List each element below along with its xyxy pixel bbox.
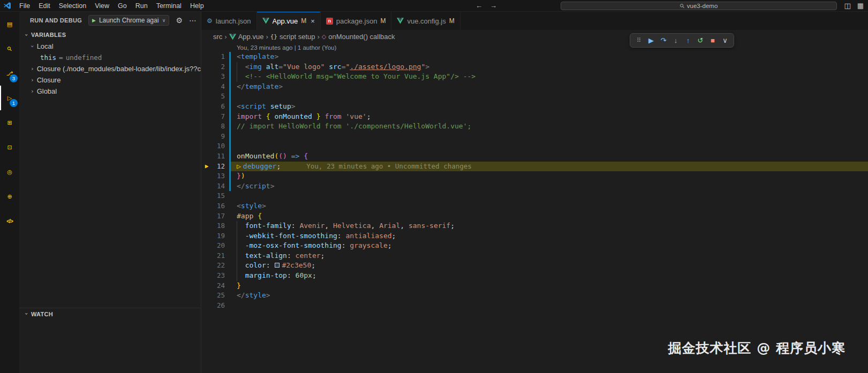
code-editor[interactable]: You, 23 minutes ago | 1 author (You) 1<t… xyxy=(201,43,868,373)
breakpoint-gutter[interactable] xyxy=(201,112,212,122)
code-line-content[interactable]: </template> xyxy=(231,82,868,92)
run-and-debug-icon[interactable]: ▷1 xyxy=(0,86,19,110)
breakpoint-gutter[interactable] xyxy=(201,281,212,291)
tab-App.vue[interactable]: App.vueM× xyxy=(257,12,321,30)
breakpoint-gutter[interactable] xyxy=(201,62,212,72)
command-center-search[interactable]: ⚲ vue3-demo xyxy=(561,2,837,10)
code-line-content[interactable] xyxy=(231,141,868,151)
menu-terminal[interactable]: Terminal xyxy=(152,0,186,12)
variable-row[interactable]: this = undefined xyxy=(19,52,201,63)
breakpoint-gutter[interactable] xyxy=(201,141,212,151)
extensions-icon[interactable]: ⊞ xyxy=(0,110,19,135)
code-line-content[interactable]: onMounted(() => { xyxy=(231,151,868,162)
breakpoint-gutter[interactable] xyxy=(201,201,212,211)
breakpoint-gutter[interactable] xyxy=(201,271,212,281)
breakpoint-gutter[interactable] xyxy=(201,291,212,301)
tree-item-closure[interactable]: ›Closure (./node_modules/babel-loader/li… xyxy=(19,63,201,74)
layout-panel-icon[interactable]: ◫ xyxy=(844,0,850,12)
explorer-icon[interactable]: ▤ xyxy=(0,12,19,36)
close-tab-icon[interactable]: × xyxy=(311,17,315,25)
continue-icon[interactable]: ▶ xyxy=(646,36,656,44)
code-line-content[interactable]: } xyxy=(231,281,868,291)
code-line-content[interactable]: margin-top: 60px; xyxy=(231,271,868,281)
code-line-content[interactable]: <script setup> xyxy=(231,102,868,112)
step-over-icon[interactable]: ↷ xyxy=(658,36,669,44)
code-line-content[interactable]: <style> xyxy=(231,201,868,211)
breakpoint-gutter[interactable] xyxy=(201,241,212,251)
code-line-content[interactable]: -webkit-font-smoothing: antialiased; xyxy=(231,231,868,241)
step-into-icon[interactable]: ↓ xyxy=(670,36,681,44)
breakpoint-gutter[interactable] xyxy=(201,171,212,181)
snippets-icon[interactable]: </> xyxy=(0,209,19,233)
breakpoint-gutter[interactable] xyxy=(201,261,212,271)
stop-icon[interactable]: ■ xyxy=(707,36,718,44)
start-debug-icon[interactable]: ▶ xyxy=(92,18,96,23)
menu-selection[interactable]: Selection xyxy=(55,0,90,12)
code-line-content[interactable]: text-align: center; xyxy=(231,251,868,261)
breakpoint-gutter[interactable] xyxy=(201,211,212,222)
breakpoint-gutter[interactable] xyxy=(201,301,212,311)
tab-vue.config.js[interactable]: vue.config.jsM xyxy=(391,12,460,30)
menu-help[interactable]: Help xyxy=(186,0,208,12)
code-line-content[interactable]: </style> xyxy=(231,291,868,301)
breakpoint-gutter[interactable] xyxy=(201,181,212,192)
code-line-content[interactable]: ▷debugger;You, 23 minutes ago • Uncommit… xyxy=(231,162,868,172)
step-out-icon[interactable]: ↑ xyxy=(683,36,693,44)
more-actions-icon[interactable]: ⋯ xyxy=(189,16,197,25)
code-line-content[interactable]: <img alt="Vue logo" src="./assets/logo.p… xyxy=(231,62,868,72)
code-line-content[interactable] xyxy=(231,301,868,311)
breakpoint-gutter[interactable] xyxy=(201,151,212,162)
source-control-icon[interactable]: ⎇3 xyxy=(0,61,19,86)
more-actions-icon[interactable]: ∨ xyxy=(720,36,730,44)
live-preview-icon[interactable]: ◎ xyxy=(0,159,19,184)
code-line-content[interactable]: </script> xyxy=(231,181,868,192)
code-line-content[interactable]: color: #2c3e50; xyxy=(231,261,868,271)
breakpoint-gutter[interactable] xyxy=(201,132,212,142)
code-line-content[interactable]: -moz-osx-font-smoothing: grayscale; xyxy=(231,241,868,251)
breadcrumb-item-2[interactable]: App.vue xyxy=(229,33,264,41)
code-line-content[interactable]: #app { xyxy=(231,211,868,222)
breadcrumb-item-1[interactable]: src xyxy=(213,33,222,41)
breakpoint-gutter[interactable] xyxy=(201,102,212,112)
code-line-content[interactable]: <!-- <HelloWorld msg="Welcome to Your Vu… xyxy=(231,72,868,82)
drag-handle-icon[interactable]: ⠿ xyxy=(633,37,644,44)
code-line-content[interactable]: }) xyxy=(231,171,868,181)
breakpoint-gutter[interactable] xyxy=(201,221,212,231)
launch-config-dropdown[interactable]: ▶ Launch Chrome agair ∨ xyxy=(88,15,169,26)
breakpoint-gutter[interactable] xyxy=(201,82,212,92)
remote-explorer-icon[interactable]: ⊡ xyxy=(0,135,19,159)
restart-icon[interactable]: ↺ xyxy=(695,36,706,44)
breakpoint-gutter[interactable] xyxy=(201,251,212,261)
customize-layout-icon[interactable]: ▦ xyxy=(857,0,864,12)
search-icon[interactable]: ⚲ xyxy=(0,36,19,61)
configure-gear-icon[interactable]: ⚙ xyxy=(176,16,183,25)
breakpoint-gutter[interactable] xyxy=(201,121,212,132)
tree-item-global[interactable]: ›Global xyxy=(19,86,201,97)
code-line-content[interactable] xyxy=(231,132,868,142)
code-line-content[interactable]: font-family: Avenir, Helvetica, Arial, s… xyxy=(231,221,868,231)
breakpoint-gutter[interactable] xyxy=(201,191,212,201)
code-line-content[interactable] xyxy=(231,92,868,102)
breakpoint-gutter[interactable] xyxy=(201,52,212,62)
breadcrumb-item-4[interactable]: ◇onMounted() callback xyxy=(322,33,395,41)
menu-go[interactable]: Go xyxy=(114,0,131,12)
code-line-content[interactable] xyxy=(231,191,868,201)
debug-current-line-arrow-icon[interactable]: ▶ xyxy=(201,162,212,172)
tree-item-local[interactable]: ›Local xyxy=(19,41,201,52)
watch-section-header[interactable]: › WATCH xyxy=(19,308,201,319)
breadcrumb-item-3[interactable]: {}script setup xyxy=(270,33,315,41)
menu-run[interactable]: Run xyxy=(131,0,152,12)
code-line-content[interactable]: import { onMounted } from 'vue'; xyxy=(231,112,868,122)
code-line-content[interactable]: <template> xyxy=(231,52,868,62)
references-icon[interactable]: ⊕ xyxy=(0,184,19,209)
code-line-content[interactable]: // import HelloWorld from './components/… xyxy=(231,121,868,132)
menu-edit[interactable]: Edit xyxy=(34,0,55,12)
go-forward-icon[interactable]: → xyxy=(490,0,497,12)
breakpoint-gutter[interactable] xyxy=(201,231,212,241)
tab-package.json[interactable]: npackage.jsonM xyxy=(321,12,392,30)
variables-section-header[interactable]: › VARIABLES xyxy=(19,29,201,41)
breakpoint-gutter[interactable] xyxy=(201,72,212,82)
menu-view[interactable]: View xyxy=(90,0,114,12)
go-back-icon[interactable]: ← xyxy=(475,0,482,12)
breakpoint-gutter[interactable] xyxy=(201,92,212,102)
